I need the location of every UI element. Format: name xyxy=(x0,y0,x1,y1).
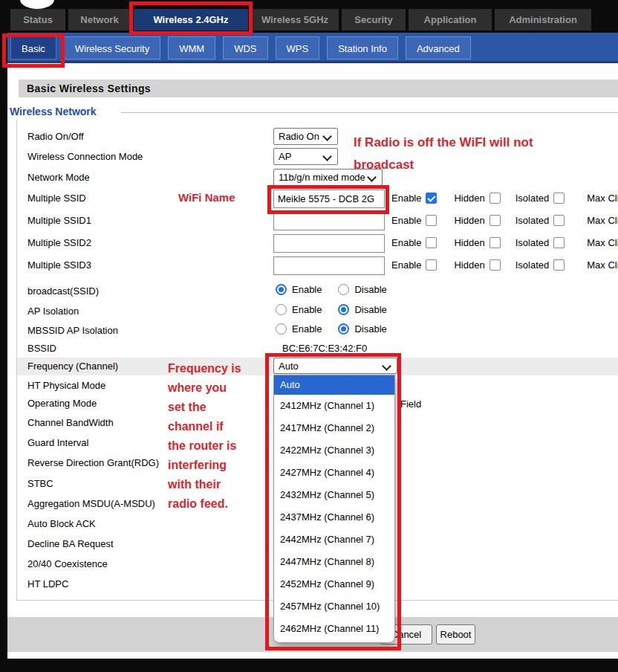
max-client-label: Max Client xyxy=(587,193,618,204)
hidden-checkbox[interactable] xyxy=(489,237,501,248)
label-multiple-ssid2: Multiple SSID2 xyxy=(27,237,91,248)
frequency-option-ch9[interactable]: 2452MHz (Channel 9) xyxy=(274,573,394,595)
tab-security[interactable]: Security xyxy=(342,9,406,30)
isolated-checkbox[interactable] xyxy=(553,237,565,248)
hidden-checkbox[interactable] xyxy=(489,193,501,204)
enable-checkbox[interactable] xyxy=(426,215,437,226)
tab-network[interactable]: Network xyxy=(68,9,131,30)
disable-label: Disable xyxy=(354,323,386,335)
section-title: Basic Wireless Settings xyxy=(19,80,618,97)
isolated-checkbox[interactable] xyxy=(553,215,565,226)
frequency-option-ch3[interactable]: 2422MHz (Channel 3) xyxy=(274,439,394,462)
hidden-label: Hidden xyxy=(454,237,484,248)
subnav-item-basic[interactable]: Basic xyxy=(10,36,56,59)
annotation-frequency-note: Frequency is where you set the channel i… xyxy=(168,359,241,514)
multiple-ssid3-input[interactable] xyxy=(273,256,385,275)
ssid-flags-row-3: Enable Hidden Isolated Max Client xyxy=(391,259,618,271)
ssid-flags-row-1: Enable Hidden Isolated Max Client xyxy=(391,215,618,226)
subnav-item-advanced[interactable]: Advanced xyxy=(406,36,471,59)
disable-label: Disable xyxy=(354,304,386,315)
tab-status[interactable]: Status xyxy=(10,9,65,30)
annotation-wifi-name: WiFi Name xyxy=(178,191,235,204)
chevron-down-icon xyxy=(322,132,332,141)
multiple-ssid-input[interactable] xyxy=(273,190,385,208)
frequency-option-ch4[interactable]: 2427MHz (Channel 4) xyxy=(274,462,394,484)
annotation-freq-line: the router is xyxy=(168,436,241,456)
label-auto-block-ack: Auto Block ACK xyxy=(27,518,96,529)
enable-checkbox[interactable] xyxy=(426,259,437,271)
radio-on-off-select[interactable]: Radio On xyxy=(273,128,338,145)
frequency-option-auto[interactable]: Auto xyxy=(274,375,394,395)
frequency-option-ch1[interactable]: 2412MHz (Channel 1) xyxy=(274,395,394,417)
label-multiple-ssid: Multiple SSID xyxy=(27,193,86,204)
chevron-down-icon xyxy=(382,361,391,371)
frequency-option-ch6[interactable]: 2437MHz (Channel 6) xyxy=(274,506,394,529)
annotation-radio-note: If Radio is off the WiFI will not broadc… xyxy=(354,132,533,176)
annotation-freq-line: interfering xyxy=(168,456,241,475)
annotation-freq-line: with their xyxy=(168,475,241,494)
multiple-ssid2-input[interactable] xyxy=(273,234,385,253)
enable-label: Enable xyxy=(391,237,421,248)
annotation-freq-line: set the xyxy=(168,398,241,417)
hidden-label: Hidden xyxy=(454,193,484,204)
wireless-connection-mode-select[interactable]: AP xyxy=(273,148,338,165)
reboot-button[interactable]: Reboot xyxy=(436,624,475,644)
bssid-value: BC:E6:7C:E3:42:F0 xyxy=(282,343,367,354)
enable-label: Enable xyxy=(391,215,421,226)
disable-radio[interactable] xyxy=(338,304,349,315)
max-client-label: Max Client xyxy=(587,237,618,248)
isolated-label: Isolated xyxy=(515,215,550,226)
enable-radio[interactable] xyxy=(276,323,287,335)
label-ap-isolation: AP Isolation xyxy=(27,306,79,317)
frequency-option-ch8[interactable]: 2447MHz (Channel 8) xyxy=(274,551,394,573)
radio-on-off-select-value: Radio On xyxy=(279,131,319,142)
tab-wireless-5ghz[interactable]: Wireless 5GHz xyxy=(251,9,339,30)
subnav-item-wps[interactable]: WPS xyxy=(276,36,320,59)
label-2040-coexistence: 20/40 Coexistence xyxy=(27,558,108,569)
hidden-checkbox[interactable] xyxy=(489,215,501,226)
isolated-checkbox[interactable] xyxy=(553,259,565,271)
router-logo xyxy=(20,0,54,9)
isolated-label: Isolated xyxy=(515,237,550,248)
frequency-channel-select[interactable]: Auto xyxy=(273,358,397,374)
tab-application[interactable]: Application xyxy=(409,9,492,30)
subnav-item-station-info[interactable]: Station Info xyxy=(327,36,398,59)
isolated-checkbox[interactable] xyxy=(553,193,565,204)
enable-label: Enable xyxy=(391,193,421,204)
wireless-connection-mode-select-value: AP xyxy=(279,151,291,162)
mbssid-ap-isolation-radios: Enable Disable xyxy=(276,323,387,335)
main-tab-bar: Status Network Wireless 2.4GHz Wireless … xyxy=(10,9,591,30)
isolated-label: Isolated xyxy=(515,193,550,204)
subnav-item-wmm[interactable]: WMM xyxy=(168,36,215,59)
disable-radio[interactable] xyxy=(338,323,349,335)
label-network-mode: Network Mode xyxy=(27,172,90,183)
tab-wireless-24ghz[interactable]: Wireless 2.4GHz xyxy=(134,9,248,30)
annotation-freq-line: where you xyxy=(168,378,241,398)
max-client-label: Max Client xyxy=(587,259,618,271)
annotation-radio-note-line2: broadcast xyxy=(354,154,533,176)
enable-checkbox[interactable] xyxy=(426,237,437,248)
disable-radio[interactable] xyxy=(338,284,349,295)
annotation-freq-line: channel if xyxy=(168,417,241,436)
isolated-label: Isolated xyxy=(515,259,550,271)
subnav-item-wireless-security[interactable]: Wireless Security xyxy=(64,36,160,59)
label-multiple-ssid3: Multiple SSID3 xyxy=(27,259,91,271)
multiple-ssid1-input[interactable] xyxy=(273,212,385,230)
label-guard-interval: Guard Interval xyxy=(27,437,88,448)
enable-radio[interactable] xyxy=(276,304,287,315)
network-mode-select-value: 11b/g/n mixed mode xyxy=(279,172,365,183)
label-rdg: Reverse Direction Grant(RDG) xyxy=(27,457,159,468)
group-divider xyxy=(121,112,618,113)
frequency-option-ch7[interactable]: 2442MHz (Channel 7) xyxy=(274,529,394,551)
frequency-dropdown-list: Auto 2412MHz (Channel 1) 2417MHz (Channe… xyxy=(273,375,395,643)
frequency-option-ch10[interactable]: 2457MHz (Channel 10) xyxy=(274,595,394,618)
hidden-checkbox[interactable] xyxy=(489,259,501,271)
tab-administration[interactable]: Administration xyxy=(495,9,591,30)
subnav-item-wds[interactable]: WDS xyxy=(223,36,267,59)
frequency-option-ch11[interactable]: 2462MHz (Channel 11) xyxy=(274,618,394,640)
enable-checkbox[interactable] xyxy=(426,193,437,204)
enable-radio[interactable] xyxy=(276,284,287,295)
frequency-option-ch2[interactable]: 2417MHz (Channel 2) xyxy=(274,417,394,439)
label-operating-mode: Operating Mode xyxy=(27,398,97,409)
frequency-option-ch5[interactable]: 2432MHz (Channel 5) xyxy=(274,484,394,506)
